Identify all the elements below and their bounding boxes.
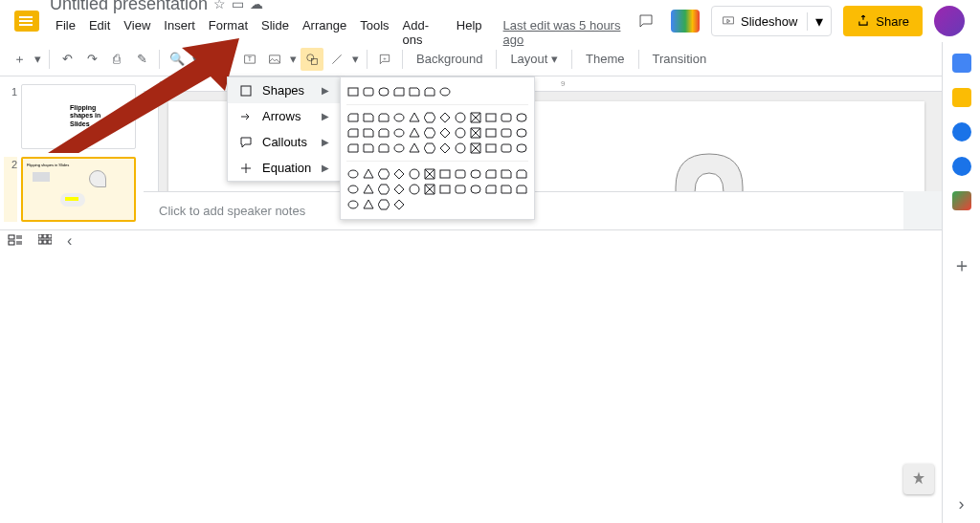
calendar-icon[interactable] xyxy=(952,54,971,73)
shape-option[interactable] xyxy=(484,126,498,140)
shape-option[interactable] xyxy=(454,126,467,140)
shape-option[interactable] xyxy=(408,111,421,124)
keep-icon[interactable] xyxy=(952,88,971,107)
slide-thumbnail-2[interactable]: 2 Flipping shapes in Slides xyxy=(4,157,140,222)
shape-menu-arrows[interactable]: Arrows ▶ xyxy=(228,103,341,129)
shape-menu-equation[interactable]: Equation ▶ xyxy=(228,155,341,181)
shape-option[interactable] xyxy=(362,126,375,140)
cloud-status-icon[interactable]: ☁ xyxy=(250,0,263,11)
shape-option[interactable] xyxy=(500,111,513,124)
line-tool[interactable] xyxy=(325,48,348,71)
doc-title[interactable]: Untitled presentation xyxy=(50,0,208,14)
star-icon[interactable]: ☆ xyxy=(213,0,226,11)
add-addon-icon[interactable]: ＋ xyxy=(952,252,971,278)
shape-option[interactable] xyxy=(392,111,406,124)
shape-option[interactable] xyxy=(408,85,421,98)
shape-option[interactable] xyxy=(454,111,467,124)
new-slide-button[interactable]: ＋ xyxy=(8,48,31,71)
line-dropdown[interactable]: ▾ xyxy=(350,48,361,71)
shape-option[interactable] xyxy=(377,167,390,181)
shape-option[interactable] xyxy=(469,167,482,181)
shape-option[interactable] xyxy=(362,183,375,196)
shape-option[interactable] xyxy=(438,142,452,155)
shape-option[interactable] xyxy=(423,85,436,98)
hide-panel-icon[interactable]: › xyxy=(950,492,973,515)
shape-option[interactable] xyxy=(515,167,528,181)
shape-option[interactable] xyxy=(346,142,360,155)
shape-option[interactable] xyxy=(408,126,421,140)
slide-thumbnail-1[interactable]: 1 Flipping shapes in Slides xyxy=(4,84,140,149)
shape-option[interactable] xyxy=(484,167,498,181)
collapse-filmstrip-icon[interactable]: ‹ xyxy=(67,232,72,250)
textbox-tool[interactable]: T xyxy=(238,48,261,71)
account-avatar[interactable] xyxy=(934,6,965,36)
shape-tool[interactable] xyxy=(301,48,323,71)
shape-option[interactable] xyxy=(515,142,528,155)
zoom-dropdown[interactable]: ▾ xyxy=(190,48,201,71)
explore-button[interactable] xyxy=(903,464,934,494)
shape-option[interactable] xyxy=(392,85,406,98)
shape-option[interactable] xyxy=(500,126,513,140)
undo-button[interactable]: ↶ xyxy=(56,48,78,71)
shape-option[interactable] xyxy=(484,183,498,196)
shape-option[interactable] xyxy=(392,183,406,196)
shape-option[interactable] xyxy=(423,126,436,140)
shape-option[interactable] xyxy=(392,167,406,181)
shape-option[interactable] xyxy=(423,111,436,124)
shape-option[interactable] xyxy=(500,142,513,155)
shape-option[interactable] xyxy=(346,167,360,181)
shape-option[interactable] xyxy=(377,126,390,140)
contacts-icon[interactable] xyxy=(952,157,971,176)
shape-option[interactable] xyxy=(423,183,436,196)
shape-option[interactable] xyxy=(469,126,482,140)
shape-option[interactable] xyxy=(454,142,467,155)
app-logo[interactable] xyxy=(8,2,46,40)
grid-view-icon[interactable] xyxy=(38,232,52,250)
shape-option[interactable] xyxy=(377,111,390,124)
shape-option[interactable] xyxy=(377,198,390,211)
maps-icon[interactable] xyxy=(952,191,971,210)
shape-option[interactable] xyxy=(469,142,482,155)
shape-option[interactable] xyxy=(362,167,375,181)
shape-option[interactable] xyxy=(438,126,452,140)
new-slide-dropdown[interactable]: ▾ xyxy=(33,48,43,71)
slideshow-dropdown[interactable]: ▾ xyxy=(807,12,831,31)
shape-option[interactable] xyxy=(362,85,375,98)
shape-option[interactable] xyxy=(377,142,390,155)
shape-option[interactable] xyxy=(392,142,406,155)
shape-option[interactable] xyxy=(423,142,436,155)
shape-option[interactable] xyxy=(515,111,528,124)
redo-button[interactable]: ↷ xyxy=(80,48,103,71)
meet-icon[interactable] xyxy=(671,10,700,33)
shape-option[interactable] xyxy=(423,167,436,181)
shape-option[interactable] xyxy=(392,198,406,211)
shape-option[interactable] xyxy=(500,167,513,181)
shape-option[interactable] xyxy=(484,142,498,155)
shape-option[interactable] xyxy=(484,111,498,124)
shape-option[interactable] xyxy=(454,183,467,196)
transition-button[interactable]: Transition xyxy=(645,52,715,66)
print-button[interactable]: ⎙ xyxy=(105,48,128,71)
shape-option[interactable] xyxy=(515,126,528,140)
shape-option[interactable] xyxy=(346,111,360,124)
image-dropdown[interactable]: ▾ xyxy=(288,48,299,71)
shape-option[interactable] xyxy=(469,111,482,124)
shape-option[interactable] xyxy=(454,167,467,181)
shape-menu-callouts[interactable]: Callouts ▶ xyxy=(228,129,341,155)
select-tool[interactable] xyxy=(213,48,236,71)
shape-option[interactable] xyxy=(346,198,360,211)
paint-format-button[interactable]: ✎ xyxy=(130,48,153,71)
shape-option[interactable] xyxy=(500,183,513,196)
shape-option[interactable] xyxy=(438,183,452,196)
shape-option[interactable] xyxy=(346,126,360,140)
share-button[interactable]: Share xyxy=(843,6,923,36)
theme-button[interactable]: Theme xyxy=(578,52,632,66)
zoom-button[interactable]: 🔍 xyxy=(166,48,189,71)
shape-option[interactable] xyxy=(408,142,421,155)
shape-option[interactable] xyxy=(392,126,406,140)
shape-option[interactable] xyxy=(346,183,360,196)
tasks-icon[interactable] xyxy=(952,122,971,142)
comment-button[interactable]: + xyxy=(373,48,396,71)
shape-option[interactable] xyxy=(362,142,375,155)
shape-option[interactable] xyxy=(469,183,482,196)
